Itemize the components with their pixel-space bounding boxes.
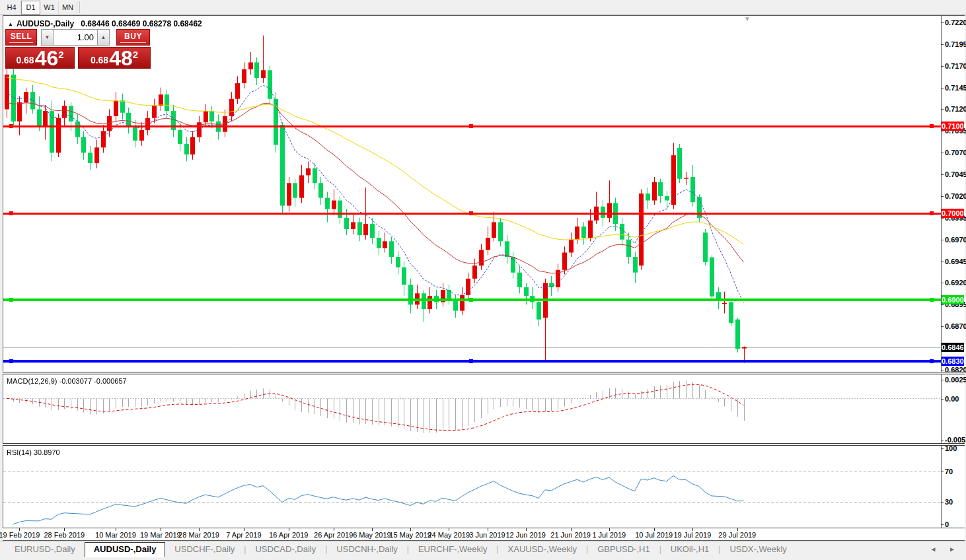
rsi-tick-label: 0 [945,520,949,528]
macd-panel-canvas[interactable] [3,374,941,443]
symbol-tab-audusd-daily[interactable]: AUDUSD-,Daily [85,542,166,557]
volume-decrease-button[interactable]: ▼ [41,29,54,46]
price-tick-label: 0.71700 [945,62,966,70]
date-tick-label: 7 Apr 2019 [226,531,261,539]
spinner-up-icon: ▲ [101,34,106,40]
date-tick-mark [199,528,200,531]
timeframe-button-h4[interactable]: H4 [3,1,21,14]
symbol-tab-usdchf-daily[interactable]: USDCHF-,Daily [165,542,244,557]
date-tick-mark [244,528,244,531]
macd-indicator-label: MACD(12,26,9) -0.003077 -0.000657 [7,377,127,385]
date-tick-mark [372,528,373,531]
price-tick-mark [941,174,944,175]
date-tick-mark [19,528,20,531]
date-tick-mark [116,528,116,531]
price-tick-mark [941,196,944,197]
price-tick-mark [941,326,944,327]
main-chart-canvas[interactable] [3,16,941,372]
buy-price-prefix: 0.68 [91,55,108,65]
resistance-line-1-price-label: 0.71005 [942,122,964,131]
buy-button-label: BUY [124,32,142,41]
panel-divider[interactable] [3,372,965,374]
symbol-tab-eurchf-weekly[interactable]: EURCHF-,Weekly [409,542,497,557]
date-tick-label: 10 Jul 2019 [635,531,673,539]
sell-price-prefix: 0.68 [16,55,34,65]
price-tick-label: 0.71950 [945,40,966,48]
buy-price-superscript: 2 [133,49,138,60]
timeframe-button-d1[interactable]: D1 [21,1,40,15]
price-tick-label: 0.72200 [945,18,966,26]
sell-price-button[interactable]: 0.68 46 2 [5,47,75,69]
buy-button[interactable]: BUY [116,29,150,46]
rsi-tick-label: 30 [945,498,953,506]
date-tick-label: 19 Jul 2019 [673,531,711,539]
macd-axis [941,374,965,443]
date-tick-mark [571,528,572,531]
price-tick-mark [941,44,944,45]
tab-scroll-arrows[interactable]: ◄ ► [930,545,961,553]
panel-divider[interactable] [3,443,965,446]
rsi-panel-canvas[interactable] [3,446,941,528]
resistance-line-2-price-label: 0.70002 [942,209,964,218]
price-tick-label: 0.69200 [945,279,966,287]
price-tick-mark [941,262,944,262]
date-tick-label: 16 Apr 2019 [269,531,308,539]
date-tick-mark [334,528,334,531]
date-tick-mark [410,528,411,531]
rsi-axis [941,446,965,528]
macd-tick-mark [941,440,944,440]
date-tick-label: 1 Jul 2019 [592,531,626,539]
date-tick-label: 21 Jun 2019 [550,531,591,539]
volume-input[interactable] [54,29,97,46]
date-tick-label: 3 Jun 2019 [469,531,505,539]
symbol-tab-gbpusd-h1[interactable]: GBPUSD-,H1 [588,542,659,557]
date-tick-label: 28 Mar 2019 [178,531,219,539]
date-tick-mark [609,528,610,531]
rsi-tick-mark [941,472,944,472]
date-tick-label: 26 Apr 2019 [314,531,353,539]
symbol-tab-usdcad-daily[interactable]: USDCAD-,Daily [246,542,325,557]
symbol-tab-xauusd-weekly[interactable]: XAUUSD-,Weekly [499,542,587,557]
date-tick-mark [692,528,693,531]
macd-tick-label: 0.00 [945,395,959,403]
sell-price-big: 46 [35,48,59,68]
one-click-trading-panel: SELL ▼ ▲ BUY 0.68 46 2 0.68 48 2 [5,29,151,69]
date-tick-label: 19 Feb 2019 [0,531,40,539]
support-line-green-price-label: 0.69005 [942,295,964,304]
rsi-indicator-label: RSI(14) 30.8970 [7,448,60,456]
timeframe-button-mn[interactable]: MN [59,1,77,14]
timeframe-toolbar: H4D1W1MN [0,0,966,15]
price-tick-mark [941,88,944,88]
price-tick-mark [941,22,944,23]
date-tick-label: 28 Feb 2019 [44,531,85,539]
macd-tick-mark [941,399,944,400]
collapse-arrow-icon[interactable]: ▲ [8,21,13,27]
chart-ohlc-values: 0.68446 0.68469 0.68278 0.68462 [81,19,202,28]
symbol-tab-usdx-weekly[interactable]: USDX-,Weekly [720,542,796,557]
chart-title: ▲AUDUSD-,Daily0.68446 0.68469 0.68278 0.… [8,19,202,28]
macd-tick-label: 0.002522 [945,376,966,384]
chart-symbol-label: AUDUSD-,Daily [17,19,74,28]
date-tick-label: 24 May 2019 [427,531,470,539]
rsi-tick-mark [941,524,944,525]
sell-button[interactable]: SELL [5,29,37,46]
price-tick-mark [941,370,944,370]
price-tick-mark [941,283,944,283]
volume-increase-button[interactable]: ▲ [97,29,110,46]
date-tick-mark [449,528,449,531]
price-tick-label: 0.69450 [945,258,966,265]
date-tick-label: 10 Mar 2019 [95,531,136,539]
chart-shift-marker-icon[interactable]: ▼ [744,15,751,22]
buy-price-big: 48 [109,48,133,68]
symbol-tab-usdcnh-daily[interactable]: USDCNH-,Daily [327,542,406,557]
date-tick-label: 19 Mar 2019 [140,531,181,539]
buy-price-button[interactable]: 0.68 48 2 [78,47,151,69]
timeframe-button-w1[interactable]: W1 [40,1,59,14]
symbol-tab-eurusd-daily[interactable]: EURUSD-,Daily [5,542,85,557]
price-tick-mark [941,240,944,240]
buy-underline [120,42,145,43]
date-tick-label: 6 May 2019 [353,531,390,539]
sell-underline [9,42,33,43]
symbol-tab-ukoil-h1[interactable]: UKOil-,H1 [661,542,719,557]
price-tick-label: 0.68700 [945,322,966,330]
